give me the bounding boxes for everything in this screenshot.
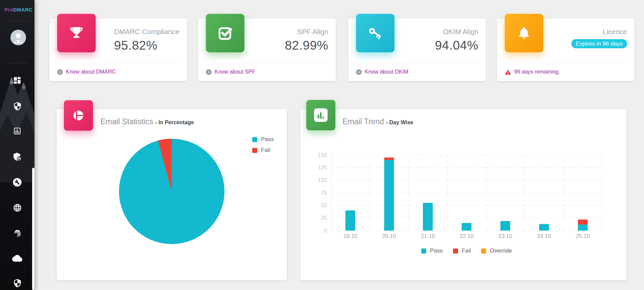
y-axis-tick-label: 150 (318, 152, 327, 158)
brand-name: DMARC (13, 7, 32, 12)
warning-icon (505, 69, 511, 75)
dashboard-icon (13, 76, 22, 85)
x-axis-tick-label: 20-10 (382, 233, 396, 239)
card-divider (356, 63, 478, 63)
wrench-circle-icon (13, 178, 22, 187)
dkim-footer-text: Know about DKIM (365, 69, 408, 75)
sidebar-divider (6, 63, 28, 63)
dmarc-label: DMARC Compliance (114, 28, 180, 36)
bar-fail-20-10[interactable] (384, 157, 394, 160)
legend-label: Pass (430, 247, 443, 254)
sidebar: ProDMARC (0, 0, 34, 290)
spf-label: SPF Align (297, 28, 328, 36)
trend-legend-item-fail[interactable]: Fail (453, 247, 471, 254)
shield-half-icon (13, 102, 22, 111)
x-axis-tick-label: 25-10 (576, 233, 590, 239)
sidebar-item-reports[interactable] (0, 122, 34, 140)
y-axis-tick-label: 0 (324, 228, 327, 234)
dmarc-card: DMARC Compliance95.82%iKnow about DMARC (49, 19, 187, 81)
x-axis-tick-label: 24-10 (537, 233, 551, 239)
spf-value: 82.99% (285, 39, 329, 52)
legend-swatch (453, 248, 458, 254)
trend-legend: PassFailOverride (331, 247, 602, 254)
pie-legend-item-fail[interactable]: Fail (252, 147, 274, 154)
trend-legend-item-override[interactable]: Override (481, 247, 512, 254)
shield-half-icon (13, 279, 22, 288)
dashboard-page: ProDMARC DMARC Compliance95.82%iKnow abo… (0, 0, 644, 290)
check-square-icon (206, 14, 244, 52)
dkim-value: 94.04% (435, 39, 479, 52)
legend-swatch (481, 248, 486, 254)
licence-expiry-badge: Expires in 96 days (571, 39, 627, 48)
sidebar-item-upload[interactable] (0, 249, 34, 267)
key-icon (356, 14, 395, 52)
brand-pro: Pro (4, 7, 13, 12)
bar-pass-22-10[interactable] (462, 223, 472, 231)
y-axis-tick-label: 75 (321, 190, 327, 196)
card-divider (505, 63, 627, 63)
dkim-card: DKIM Align94.04%iKnow about DKIM (348, 19, 486, 81)
bar-chart-tile-icon (306, 100, 335, 130)
spf-footer-text: Know about SPF (215, 69, 255, 75)
legend-swatch (252, 148, 257, 153)
bar-pass-23-10[interactable] (500, 221, 510, 231)
bar-fail-25-10[interactable] (578, 219, 588, 225)
bar-pass-19-10[interactable] (345, 210, 355, 231)
card-divider (206, 63, 328, 63)
shield-user-icon (13, 152, 22, 162)
spf-footer-link[interactable]: iKnow about SPF (206, 67, 255, 77)
avatar[interactable] (10, 30, 26, 45)
info-icon: i (206, 69, 212, 75)
email-statistics-pie-chart[interactable] (119, 139, 224, 244)
fingerprint-icon (13, 229, 22, 238)
trophy-icon (57, 14, 96, 52)
pie-chart-icon (64, 100, 93, 131)
bar-pass-20-10[interactable] (384, 160, 394, 231)
user-avatar-image (10, 30, 26, 45)
subtitle-text: - Day Wise (386, 120, 413, 125)
sidebar-item-dashboard[interactable] (0, 72, 34, 89)
email-trend-bar-chart[interactable]: 025507510012515019-1020-1021-1022-1023-1… (314, 149, 612, 243)
info-icon: i (57, 69, 63, 75)
y-axis-tick-label: 25 (321, 215, 327, 221)
legend-swatch (252, 137, 257, 142)
dmarc-footer-text: Know about DMARC (66, 69, 116, 75)
title-text: Email Trend (342, 117, 384, 126)
email-statistics-title: Email Statistics- In Percentage (100, 117, 194, 126)
legend-label: Pass (261, 136, 274, 143)
spf-card: SPF Align82.99%iKnow about SPF (198, 19, 336, 81)
bar-pass-25-10[interactable] (578, 225, 588, 231)
licence-label: Licence (603, 28, 627, 36)
bar-pass-21-10[interactable] (423, 203, 433, 231)
bar-chart-icon (13, 127, 22, 135)
sidebar-item-tools[interactable] (0, 174, 34, 191)
bell-icon (505, 14, 543, 52)
x-axis-tick-label: 23-10 (498, 233, 512, 239)
legend-label: Fail (462, 247, 471, 254)
cloud-upload-icon (12, 253, 22, 263)
title-text: Email Statistics (100, 117, 153, 126)
info-icon: i (356, 69, 362, 75)
sidebar-item-email-protection[interactable] (0, 148, 34, 166)
dkim-footer-link[interactable]: iKnow about DKIM (356, 67, 408, 77)
sidebar-item-security[interactable] (0, 97, 34, 115)
dmarc-footer-link[interactable]: iKnow about DMARC (57, 67, 116, 77)
x-axis-tick-label: 21-10 (421, 233, 435, 239)
bar-pass-24-10[interactable] (539, 224, 549, 231)
pie-legend-item-pass[interactable]: Pass (252, 136, 274, 143)
sidebar-divider (6, 21, 28, 21)
sidebar-item-domains[interactable] (0, 199, 34, 216)
brand-logo[interactable]: ProDMARC (4, 7, 32, 12)
legend-swatch (421, 248, 426, 254)
card-divider (57, 63, 179, 63)
trend-legend-item-pass[interactable]: Pass (421, 247, 443, 254)
sidebar-item-identity[interactable] (0, 224, 34, 242)
legend-label: Fail (261, 147, 270, 154)
licence-card: LicenceExpires in 96 days96 days remaini… (497, 19, 635, 81)
licence-footer-text: 96 days remaining. (514, 69, 560, 75)
dkim-label: DKIM Align (443, 28, 478, 36)
licence-footer-link[interactable]: 96 days remaining. (505, 67, 560, 77)
email-trend-title: Email Trend- Day Wise (342, 117, 413, 126)
sidebar-scrollbar-thumb[interactable] (32, 168, 34, 290)
sidebar-item-defense[interactable] (0, 274, 34, 290)
